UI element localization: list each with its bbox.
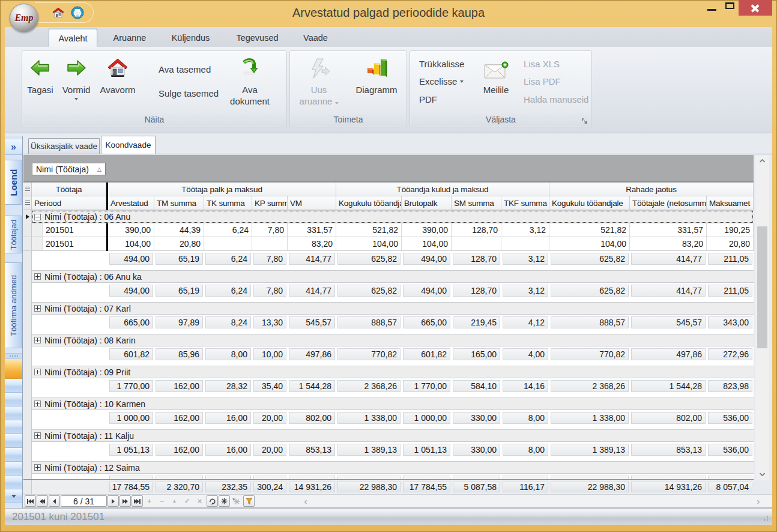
nav-prev-page-button[interactable]	[37, 495, 48, 507]
collapse-group-icon[interactable]	[34, 214, 41, 220]
band-header[interactable]: Töötaja	[32, 183, 106, 196]
column-header[interactable]: Töötajale (netosumma)	[630, 196, 707, 210]
column-header[interactable]: SM summa	[452, 196, 501, 210]
data-cell[interactable]	[452, 237, 501, 251]
sidebar-period-cell[interactable]	[5, 462, 22, 476]
column-header[interactable]: TKF summa	[501, 196, 549, 210]
data-cell[interactable]: 6,24	[204, 223, 252, 237]
column-header-periood[interactable]: Periood	[32, 196, 106, 210]
excelisse-button[interactable]: Excelisse	[416, 74, 467, 88]
expand-group-icon[interactable]	[34, 432, 41, 439]
meilile-button[interactable]: Meilile	[474, 52, 518, 115]
band-header[interactable]: Töötaja palk ja maksud	[108, 183, 336, 196]
data-cell[interactable]: 104,00	[549, 237, 630, 251]
data-cell[interactable]: 104,00	[108, 237, 154, 251]
lisa-pdf-button[interactable]: Lisa PDF	[520, 74, 564, 88]
group-by-field-chip[interactable]: Nimi (Töötaja) △	[32, 163, 106, 175]
data-cell[interactable]: 521,82	[549, 223, 630, 237]
data-cell[interactable]	[501, 237, 549, 251]
vertical-scroll-thumb[interactable]	[757, 226, 767, 348]
data-row[interactable]: 201501390,0044,396,247,80331,57521,82390…	[23, 223, 754, 237]
expand-group-icon[interactable]	[34, 401, 41, 407]
column-header[interactable]: TK summa	[204, 196, 252, 210]
data-cell[interactable]: 104,00	[336, 237, 402, 251]
ava-tasemed-button[interactable]: Ava tasemed	[155, 62, 216, 76]
nav-next-page-button[interactable]	[119, 495, 131, 507]
nav-first-button[interactable]	[25, 495, 36, 507]
dialog-launcher-icon[interactable]	[581, 117, 590, 125]
column-header[interactable]: TM summa	[154, 196, 204, 210]
nav-filter-funnel-button[interactable]	[243, 495, 255, 507]
column-header[interactable]: Brutopalk	[402, 196, 452, 210]
group-row[interactable]: Nimi (Töötaja) : 09 Priit	[23, 366, 754, 378]
data-row[interactable]: 201501104,0020,8083,20104,00104,00104,00…	[23, 237, 754, 251]
group-row[interactable]: Nimi (Töötaja) : 11 Kalju	[23, 429, 754, 442]
column-header[interactable]: Kogukulu tööandjale	[336, 196, 402, 210]
avavorm-button[interactable]: Avavorm	[95, 52, 141, 115]
scroll-up-button[interactable]	[755, 155, 769, 167]
hscroll-left-button[interactable]: ‹	[300, 495, 312, 507]
tab-uksikasjalik-vaade[interactable]: Üksikasjalik vaade	[28, 138, 100, 154]
home-icon[interactable]	[52, 6, 65, 19]
lisa-xls-button[interactable]: Lisa XLS	[520, 57, 563, 71]
trukkalisse-button[interactable]: Trükkalisse	[416, 57, 468, 71]
sidebar-period-cell[interactable]	[5, 434, 22, 448]
column-header[interactable]: Maksuamet	[707, 196, 754, 210]
nav-last-button[interactable]	[132, 495, 143, 507]
application-menu-button[interactable]: Emp	[10, 4, 38, 32]
column-header[interactable]: KP summa	[252, 196, 288, 210]
maximize-button[interactable]	[721, 0, 739, 13]
group-row[interactable]: Nimi (Töötaja) : 12 Saima	[23, 461, 754, 474]
sidebar-collapse-button[interactable]: »	[5, 139, 22, 155]
close-button[interactable]	[739, 0, 772, 16]
pdf-button[interactable]: PDF	[416, 92, 441, 106]
sidebar-period-cell[interactable]	[5, 420, 22, 434]
ava-dokument-button[interactable]: Avadokument	[219, 52, 281, 115]
data-cell[interactable]: 104,00	[402, 237, 452, 251]
sidebar-tab-toofirma-andmed[interactable]: Tööfirma andmed	[5, 262, 22, 348]
uus-aruanne-button[interactable]: Uusaruanne	[291, 52, 347, 115]
data-cell[interactable]: 521,82	[336, 223, 402, 237]
column-header[interactable]: Kogukulu tööandjale	[549, 196, 630, 210]
data-cell[interactable]: 390,00	[108, 223, 154, 237]
data-cell[interactable]: 190,25	[707, 223, 754, 237]
scroll-down-button[interactable]	[755, 468, 769, 480]
data-cell[interactable]: 44,39	[154, 223, 204, 237]
nav-refresh-button[interactable]	[207, 495, 218, 507]
sidebar-period-cell[interactable]	[5, 407, 22, 420]
band-header[interactable]: Tööandja kulud ja maksud	[336, 183, 549, 196]
ribbon-tab-vaade[interactable]: Vaade	[298, 29, 333, 47]
data-cell[interactable]	[204, 237, 252, 251]
group-row[interactable]: Nimi (Töötaja) : 06 Anu ka	[23, 270, 754, 283]
group-row[interactable]: Nimi (Töötaja) : 10 Karmen	[23, 397, 754, 410]
nav-next-button[interactable]	[107, 495, 119, 507]
minimize-button[interactable]	[703, 0, 721, 13]
band-header[interactable]: Rahade jaotus	[549, 183, 754, 196]
group-row[interactable]: Nimi (Töötaja) : 08 Karin	[23, 334, 754, 346]
hscroll-right-button[interactable]: ›	[752, 495, 764, 507]
data-cell[interactable]: 20,80	[707, 237, 754, 251]
expand-group-icon[interactable]	[34, 337, 41, 343]
vormid-button[interactable]: Vormid	[58, 52, 95, 115]
data-cell[interactable]: 20,80	[154, 237, 204, 251]
data-cell[interactable]: 128,70	[452, 223, 501, 237]
sidebar-tab-tootajad[interactable]: Töötajad	[5, 216, 22, 253]
resize-grip[interactable]	[760, 513, 770, 522]
sidebar-period-cell[interactable]	[5, 476, 22, 489]
nav-prev-button[interactable]	[49, 495, 60, 507]
sidebar-period-cell[interactable]	[5, 448, 22, 462]
cell-periood[interactable]: 201501	[43, 237, 106, 251]
halda-manuseid-button[interactable]: Halda manuseid	[520, 92, 592, 106]
data-cell[interactable]: 331,57	[288, 223, 336, 237]
sidebar-period-cell-highlighted[interactable]	[5, 360, 22, 379]
ribbon-tab-tegevused[interactable]: Tegevused	[231, 29, 284, 47]
column-header[interactable]: Arvestatud	[108, 196, 154, 210]
sidebar-period-cell[interactable]	[5, 393, 22, 407]
sulge-tasemed-button[interactable]: Sulge tasemed	[155, 86, 216, 100]
group-row[interactable]: Nimi (Töötaja) : 06 Anu	[23, 210, 754, 223]
sidebar-scroll-down-button[interactable]	[5, 489, 22, 503]
data-cell[interactable]: 331,57	[630, 223, 707, 237]
data-cell[interactable]: 83,20	[288, 237, 336, 251]
ribbon-tab-avaleht[interactable]: Avaleht	[49, 29, 97, 47]
expand-group-icon[interactable]	[34, 273, 41, 280]
